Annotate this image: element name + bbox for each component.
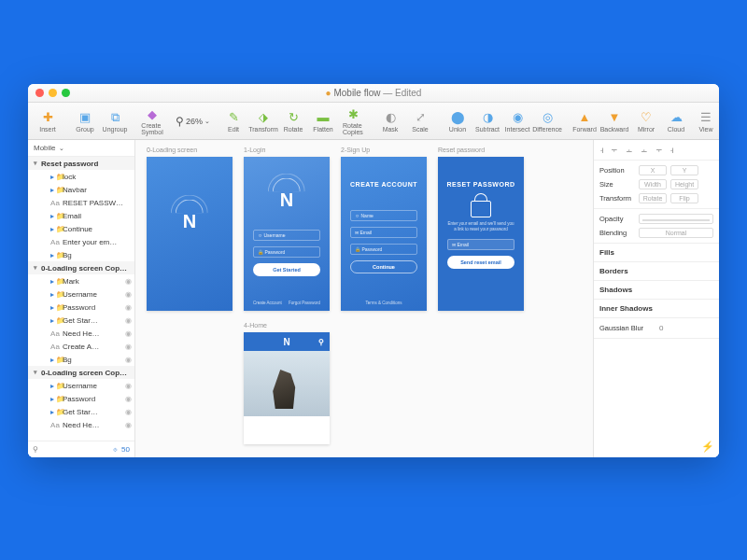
continue-button: Continue bbox=[350, 260, 417, 273]
logo-icon: N bbox=[183, 211, 196, 232]
layers-panel: Mobile ⌄ ▾Reset password▸ 📁lock▸ 📁Navbar… bbox=[28, 140, 135, 457]
layer-row[interactable]: AaEnter your em… bbox=[28, 235, 134, 248]
create-symbol-button[interactable]: ◆Create Symbol bbox=[138, 105, 166, 137]
rotate-button[interactable]: ↻Rotate bbox=[279, 108, 307, 134]
inner-shadows-section[interactable]: Inner Shadows bbox=[599, 302, 713, 315]
layers-footer: ⚲ ⟐ 50 bbox=[28, 441, 134, 457]
flatten-button[interactable]: ▬Flatten bbox=[309, 108, 337, 134]
layer-row[interactable]: ▸ 📁Bg◉ bbox=[28, 353, 134, 366]
layer-group-header[interactable]: ▾Reset password bbox=[28, 157, 134, 170]
scale-button[interactable]: ⤢Scale bbox=[406, 108, 434, 134]
layer-row[interactable]: ▸ 📁Username◉ bbox=[28, 287, 134, 301]
layer-row[interactable]: ▸ 📁Navbar bbox=[28, 183, 134, 196]
edit-button[interactable]: ✎Edit bbox=[219, 108, 247, 134]
visibility-icon[interactable]: ◉ bbox=[125, 290, 134, 299]
username-field: ☺ Username bbox=[253, 230, 320, 241]
transform-button[interactable]: ⬗Transform bbox=[249, 108, 277, 134]
visibility-icon[interactable]: ◉ bbox=[125, 329, 134, 338]
zoom-control[interactable]: ⚲26%⌄ bbox=[176, 115, 210, 128]
align-top-icon[interactable]: ⫠ bbox=[640, 145, 649, 155]
visibility-icon[interactable]: ◉ bbox=[125, 382, 134, 390]
artboard-home[interactable]: 4-Home N⚲ bbox=[244, 332, 330, 444]
artboard-loading[interactable]: 0-Loading screen N bbox=[147, 157, 233, 311]
borders-section[interactable]: Borders bbox=[599, 265, 713, 277]
cloud-button[interactable]: ☁Cloud bbox=[662, 108, 690, 134]
align-left-icon[interactable]: ⫞ bbox=[599, 145, 604, 155]
visibility-icon[interactable]: ◉ bbox=[125, 303, 134, 312]
align-middle-icon[interactable]: ⫟ bbox=[655, 145, 664, 155]
search-icon: ⚲ bbox=[318, 338, 324, 346]
opacity-slider[interactable] bbox=[639, 214, 713, 224]
height-input[interactable]: Height bbox=[670, 179, 698, 189]
mirror-button[interactable]: ♡Mirror bbox=[632, 108, 660, 134]
visibility-icon[interactable]: ◉ bbox=[125, 356, 134, 364]
y-input[interactable]: Y bbox=[670, 165, 698, 175]
fills-section[interactable]: Fills bbox=[599, 246, 713, 259]
subtract-button[interactable]: ◑Subtract bbox=[473, 108, 501, 134]
filter-icon[interactable]: ⚲ bbox=[33, 445, 38, 454]
layer-row[interactable]: AaCreate A…◉ bbox=[28, 340, 134, 353]
visibility-icon[interactable]: ◉ bbox=[125, 395, 134, 403]
shadows-section[interactable]: Shadows bbox=[599, 284, 713, 296]
align-bottom-icon[interactable]: ⫞ bbox=[669, 145, 674, 155]
layer-group-header[interactable]: ▾0-Loading screen Cop… bbox=[28, 261, 134, 274]
layer-row[interactable]: ▸ 📁Bg bbox=[28, 248, 134, 261]
bolt-icon[interactable]: ⚡ bbox=[701, 441, 714, 453]
artboard-signup[interactable]: 2-Sign Up CREATE ACCOUNT ☺ Name ✉ Email … bbox=[341, 157, 427, 311]
union-button[interactable]: ⬤Union bbox=[444, 108, 472, 134]
layer-row[interactable]: ▸ 📁Continue bbox=[28, 222, 134, 235]
visibility-icon[interactable]: ◉ bbox=[125, 408, 134, 416]
visibility-icon[interactable]: ◉ bbox=[125, 421, 134, 429]
layer-row[interactable]: ▸ 📁Password◉ bbox=[28, 392, 134, 405]
intersect-button[interactable]: ◉Intersect bbox=[503, 108, 531, 134]
artboard-label: 2-Sign Up bbox=[341, 147, 370, 153]
visibility-icon[interactable]: ◉ bbox=[125, 343, 134, 351]
width-input[interactable]: Width bbox=[639, 179, 667, 189]
align-right-icon[interactable]: ⫠ bbox=[625, 145, 634, 155]
zoom-icon[interactable] bbox=[62, 89, 70, 97]
rotate-input[interactable]: Rotate bbox=[639, 193, 667, 203]
layer-row[interactable]: ▸ 📁Username◉ bbox=[28, 379, 134, 392]
difference-button[interactable]: ◎Difference bbox=[533, 108, 561, 134]
layer-row[interactable]: ▸ 📁Get Star…◉ bbox=[28, 405, 134, 418]
minimize-icon[interactable] bbox=[49, 89, 57, 97]
group-button[interactable]: ▣Group bbox=[71, 108, 99, 134]
layer-row[interactable]: AaNeed He…◉ bbox=[28, 418, 134, 431]
view-button[interactable]: ☰View bbox=[692, 108, 719, 134]
artboard-login[interactable]: 1-Login N ☺ Username 🔒 Password Get Star… bbox=[244, 157, 330, 311]
visibility-icon[interactable]: ◉ bbox=[125, 277, 134, 286]
close-icon[interactable] bbox=[35, 89, 44, 97]
visibility-icon[interactable]: ◉ bbox=[125, 316, 134, 325]
ungroup-button[interactable]: ⧉Ungroup bbox=[101, 108, 129, 134]
layer-row[interactable]: AaRESET PASSW… bbox=[28, 196, 134, 209]
align-tools[interactable]: ⫞ ⫟ ⫠ ⫠ ⫟ ⫞ bbox=[594, 140, 719, 161]
mask-button[interactable]: ◐Mask bbox=[376, 108, 404, 134]
password-field: 🔒 Password bbox=[253, 246, 320, 258]
forward-button[interactable]: ▲Forward bbox=[571, 108, 599, 134]
layer-row[interactable]: ▸ 📁Password◉ bbox=[28, 301, 134, 314]
get-started-button: Get Started bbox=[253, 263, 320, 276]
canvas[interactable]: 0-Loading screen N 1-Login N ☺ Username … bbox=[135, 140, 593, 457]
insert-button[interactable]: ✚Insert bbox=[34, 108, 62, 134]
artboard-reset[interactable]: Reset password RESET PASSWORD Enter your… bbox=[438, 157, 524, 311]
home-navbar: N⚲ bbox=[244, 332, 330, 351]
layer-row[interactable]: ▸ 📁Email bbox=[28, 209, 134, 222]
email-field: ✉ Email bbox=[350, 227, 417, 238]
layer-row[interactable]: ▸ 📁Get Star…◉ bbox=[28, 314, 134, 327]
align-center-icon[interactable]: ⫟ bbox=[610, 145, 619, 155]
page-selector[interactable]: Mobile ⌄ bbox=[28, 140, 134, 157]
x-input[interactable]: X bbox=[639, 165, 667, 175]
password-field: 🔒 Password bbox=[350, 244, 417, 255]
blending-select[interactable]: Normal bbox=[639, 228, 713, 238]
flip-input[interactable]: Flip bbox=[670, 193, 698, 203]
backward-button[interactable]: ▼Backward bbox=[600, 108, 628, 134]
artboard-label: 1-Login bbox=[244, 147, 265, 153]
layer-tool-icon[interactable]: ⟐ bbox=[113, 445, 118, 454]
artboard-label: Reset password bbox=[438, 147, 485, 153]
rotate-copies-button[interactable]: ✱Rotate Copies bbox=[339, 105, 367, 137]
layer-group-header[interactable]: ▾0-Loading screen Cop… bbox=[28, 366, 134, 379]
layer-row[interactable]: ▸ 📁Mark◉ bbox=[28, 274, 134, 287]
layer-row[interactable]: ▸ 📁lock bbox=[28, 170, 134, 183]
titlebar: ● Mobile flow — Edited bbox=[28, 84, 719, 103]
layer-row[interactable]: AaNeed He…◉ bbox=[28, 327, 134, 340]
